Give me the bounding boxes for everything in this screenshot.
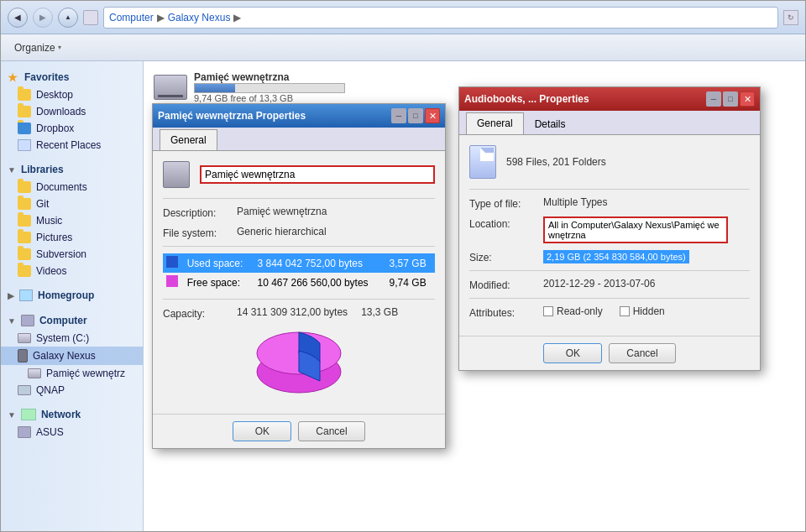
dialog2-close-btn[interactable]: ✕ bbox=[740, 91, 755, 107]
breadcrumb[interactable]: Computer ▶ Galaxy Nexus ▶ bbox=[103, 7, 778, 29]
dialog-pamiec-properties: Pamięć wewnętrzna Properties ─ □ ✕ Gener… bbox=[152, 103, 446, 449]
dialog2-type-row: Type of file: Multiple Types bbox=[469, 196, 750, 210]
sidebar-item-videos[interactable]: Videos bbox=[1, 263, 143, 279]
sidebar-git-label: Git bbox=[36, 198, 49, 210]
network-icon bbox=[21, 409, 36, 420]
dialog1-close-btn[interactable]: ✕ bbox=[425, 108, 440, 123]
checkbox-box-readonly[interactable] bbox=[543, 306, 553, 316]
dialog2-location-row: Location: All in Computer\Galaxy Nexus\P… bbox=[469, 216, 750, 243]
sidebar-item-asus[interactable]: ASUS bbox=[1, 424, 143, 441]
folder-icon bbox=[18, 198, 31, 210]
sidebar-systemc-label: System (C:) bbox=[36, 332, 89, 344]
sidebar-item-galaxynexus[interactable]: Galaxy Nexus bbox=[1, 347, 143, 365]
sidebar-videos-label: Videos bbox=[36, 265, 66, 277]
organize-chevron: ▾ bbox=[58, 44, 61, 51]
breadcrumb-computer[interactable]: Computer bbox=[109, 12, 154, 23]
sidebar-section-homegroup: ▶ Homegroup bbox=[1, 286, 143, 305]
folder-icon bbox=[18, 265, 31, 277]
clock-icon bbox=[18, 139, 31, 151]
sidebar-item-subversion[interactable]: Subversion bbox=[1, 246, 143, 263]
sidebar-item-pamiec[interactable]: Pamięć wewnętrz bbox=[1, 365, 143, 382]
used-color-swatch bbox=[166, 256, 178, 268]
dialog2-tab-general[interactable]: General bbox=[466, 112, 524, 134]
back-button[interactable]: ◀ bbox=[8, 8, 28, 28]
checkbox-box-hidden[interactable] bbox=[620, 306, 630, 316]
dialog1-capacity-label: Capacity: bbox=[163, 306, 230, 320]
dialog1-maximize-btn[interactable]: □ bbox=[408, 108, 423, 123]
sidebar: ★ Favorites Desktop Downloads Dropbox bbox=[1, 61, 144, 531]
breadcrumb-sep1: ▶ bbox=[157, 12, 165, 23]
sidebar-item-recent-places[interactable]: Recent Places bbox=[1, 137, 143, 154]
sidebar-item-documents[interactable]: Documents bbox=[1, 179, 143, 196]
dialog2-maximize-btn[interactable]: □ bbox=[723, 91, 738, 107]
dialog1-capacity-gb: 13,3 GB bbox=[361, 306, 398, 318]
dialog1-title: Pamięć wewnętrzna Properties bbox=[158, 110, 306, 122]
free-color-swatch bbox=[166, 275, 178, 287]
sidebar-item-music[interactable]: Music bbox=[1, 212, 143, 229]
dialog1-tab-general[interactable]: General bbox=[160, 129, 217, 150]
dialog2-location-value[interactable]: All in Computer\Galaxy Nexus\Pamięć wewn… bbox=[543, 216, 728, 243]
forward-button[interactable]: ▶ bbox=[33, 8, 53, 28]
dialog2-type-value: Multiple Types bbox=[543, 196, 607, 208]
sidebar-recentplaces-label: Recent Places bbox=[36, 139, 101, 151]
pie-chart bbox=[249, 330, 349, 397]
dialog1-capacity-row: Capacity: 14 311 309 312,00 bytes 13,3 G… bbox=[163, 306, 435, 320]
sidebar-item-downloads[interactable]: Downloads bbox=[1, 103, 143, 120]
sidebar-section-network: ▼ Network ASUS bbox=[1, 405, 143, 441]
main-panel: Pamięć wewnętrzna 9,74 GB free of 13,3 G… bbox=[144, 61, 805, 531]
pie-chart-container bbox=[163, 330, 435, 397]
sidebar-item-systemc[interactable]: System (C:) bbox=[1, 330, 143, 347]
dialog2-type-label: Type of file: bbox=[469, 196, 536, 210]
sidebar-libraries-header[interactable]: ▼ Libraries bbox=[1, 160, 143, 179]
dialog1-minimize-btn[interactable]: ─ bbox=[391, 108, 406, 123]
folder-icon bbox=[18, 181, 31, 193]
favorites-label: Favorites bbox=[24, 71, 69, 83]
dialogs-overlay: Pamięć wewnętrzna Properties ─ □ ✕ Gener… bbox=[144, 61, 805, 531]
dialog1-used-row: Used space: 3 844 042 752,00 bytes 3,57 … bbox=[163, 253, 435, 273]
up-button[interactable]: ▲ bbox=[58, 8, 78, 28]
organize-button[interactable]: Organize ▾ bbox=[8, 39, 68, 56]
dialog2-size-row: Size: 2,19 GB (2 354 830 584,00 bytes) bbox=[469, 250, 750, 263]
folder-icon bbox=[18, 123, 31, 134]
sidebar-item-git[interactable]: Git bbox=[1, 196, 143, 212]
sidebar-pictures-label: Pictures bbox=[36, 232, 72, 243]
main-window: ◀ ▶ ▲ Computer ▶ Galaxy Nexus ▶ ↻ Organi… bbox=[0, 0, 806, 532]
dialog2-cancel-btn[interactable]: Cancel bbox=[609, 343, 675, 363]
libraries-label: Libraries bbox=[21, 164, 64, 175]
device-header: Pamięć wewnętrzna 9,74 GB free of 13,3 G… bbox=[154, 71, 345, 103]
sidebar-favorites-header[interactable]: ★ Favorites bbox=[1, 68, 143, 86]
dialog2-divider3 bbox=[469, 298, 750, 299]
homegroup-icon bbox=[19, 289, 33, 301]
dialog2-hidden-label: Hidden bbox=[633, 305, 665, 317]
dialog1-tabs: General bbox=[153, 128, 445, 151]
dialog1-free-row: Free space: 10 467 266 560,00 bytes 9,74… bbox=[163, 273, 435, 292]
device-name: Pamięć wewnętrzna bbox=[194, 71, 345, 83]
dialog1-cancel-btn[interactable]: Cancel bbox=[298, 421, 364, 441]
dialog2-minimize-btn[interactable]: ─ bbox=[706, 91, 721, 107]
location-icon bbox=[83, 10, 98, 25]
dialog2-attributes-label: Attributes: bbox=[469, 305, 536, 319]
sidebar-item-dropbox[interactable]: Dropbox bbox=[1, 120, 143, 137]
breadcrumb-galaxynexus[interactable]: Galaxy Nexus bbox=[168, 12, 231, 23]
sidebar-computer-header[interactable]: ▼ Computer bbox=[1, 311, 143, 330]
dialog2-footer: OK Cancel bbox=[459, 336, 760, 370]
sidebar-item-pictures[interactable]: Pictures bbox=[1, 229, 143, 246]
sidebar-item-desktop[interactable]: Desktop bbox=[1, 86, 143, 103]
drive-icon2 bbox=[28, 368, 41, 378]
dialog2-ok-btn[interactable]: OK bbox=[543, 343, 602, 363]
dialog1-ok-btn[interactable]: OK bbox=[233, 421, 291, 441]
sidebar-network-header[interactable]: ▼ Network bbox=[1, 405, 143, 424]
collapse-icon: ▼ bbox=[8, 165, 16, 175]
dialog1-folder-name[interactable]: Pamięć wewnętrzna bbox=[200, 165, 435, 184]
sidebar-homegroup-header[interactable]: ▶ Homegroup bbox=[1, 286, 143, 305]
dialog2-readonly-label: Read-only bbox=[557, 305, 603, 317]
dialog2-tab-details[interactable]: Details bbox=[524, 113, 577, 134]
dialog2-readonly-checkbox[interactable]: Read-only bbox=[543, 305, 603, 317]
dialog2-size-value[interactable]: 2,19 GB (2 354 830 584,00 bytes) bbox=[543, 250, 689, 263]
phone-icon bbox=[18, 349, 28, 362]
dialog2-modified-row: Modified: 2012-12-29 - 2013-07-06 bbox=[469, 278, 750, 291]
dialog2-hidden-checkbox[interactable]: Hidden bbox=[620, 305, 665, 317]
sidebar-item-qnap[interactable]: QNAP bbox=[1, 382, 143, 399]
refresh-button[interactable]: ↻ bbox=[783, 10, 798, 25]
dialog1-capacity-bytes: 14 311 309 312,00 bytes bbox=[237, 306, 348, 318]
